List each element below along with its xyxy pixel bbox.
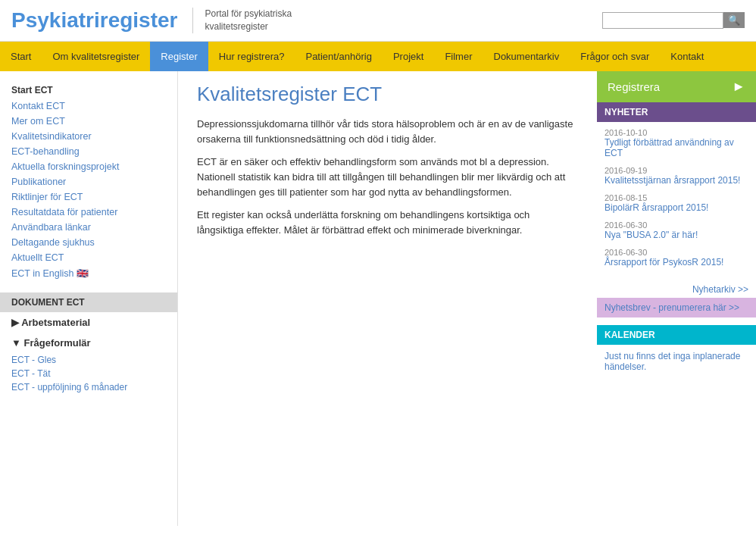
nav-patient[interactable]: Patient/anhörig <box>295 42 382 71</box>
kalender-content: Just nu finns det inga inplanerade hände… <box>597 345 756 378</box>
search-input[interactable] <box>602 12 723 29</box>
nyhetarkiv: Nyhetarkiv >> <box>597 281 756 298</box>
sidebar-section-title: Start ECT <box>0 80 177 99</box>
search-area: 🔍 <box>602 12 745 29</box>
news-date-4: 2016-06-30 <box>604 221 748 230</box>
sidebar-item-lankar[interactable]: Användbara länkar <box>0 220 177 235</box>
news-item-1: 2016-10-10 Tydligt förbättrad användning… <box>604 128 748 158</box>
registrera-label: Registrera <box>608 80 660 93</box>
news-date-3: 2016-08-15 <box>604 193 748 202</box>
sidebar-item-resultat[interactable]: Resultatdata för patienter <box>0 205 177 220</box>
nav-kontakt[interactable]: Kontakt <box>660 42 714 71</box>
news-link-4[interactable]: Nya "BUSA 2.0" är här! <box>604 230 748 240</box>
sidebar-item-kontakt[interactable]: Kontakt ECT <box>0 99 177 114</box>
header: Psykiatriregister Portal för psykiatrisk… <box>0 0 756 42</box>
news-date-1: 2016-10-10 <box>604 128 748 137</box>
dokument-section: DOKUMENT ECT <box>0 292 177 312</box>
content-para-3: Ett register kan också underlätta forskn… <box>197 208 578 238</box>
content-para-1: Depressionssjukdomarna tillhör vår tids … <box>197 117 578 147</box>
news-item-5: 2016-06-30 Årsrapport för PsykosR 2015! <box>604 248 748 267</box>
nyhetarkiv-link[interactable]: Nyhetarkiv >> <box>692 284 748 295</box>
news-link-2[interactable]: Kvalitetsstjärnan årsrapport 2015! <box>604 175 748 186</box>
nav-start[interactable]: Start <box>0 42 42 71</box>
chevron-right-icon: ► <box>732 79 745 95</box>
page-title: Kvalitetsregister ECT <box>197 83 578 106</box>
arbetsmat-collapsible[interactable]: ▶ Arbetsmaterial <box>0 312 177 333</box>
sidebar-item-english[interactable]: ECT in English 🇬🇧 <box>0 265 177 281</box>
main-content: Start ECT Kontakt ECT Mer om ECT Kvalite… <box>0 71 756 526</box>
portal-text: Portal för psykiatriska kvalitetsregiste… <box>192 8 292 33</box>
news-date-2: 2016-09-19 <box>604 166 748 175</box>
sidebar-item-publik[interactable]: Publikationer <box>0 174 177 189</box>
news-item-3: 2016-08-15 BipolärR årsrapport 2015! <box>604 193 748 213</box>
search-button[interactable]: 🔍 <box>723 12 745 28</box>
content-area: Kvalitetsregister ECT Depressionssjukdom… <box>178 71 597 526</box>
subitem-uppfoljning[interactable]: ECT - uppföljning 6 månader <box>0 380 177 394</box>
frageformular-label: ▼ Frågeformulär <box>11 337 91 349</box>
sidebar: Start ECT Kontakt ECT Mer om ECT Kvalite… <box>0 71 178 526</box>
nav-dokument[interactable]: Dokumentarkiv <box>483 42 570 71</box>
sidebar-item-aktuella[interactable]: Aktuella forskningsprojekt <box>0 159 177 174</box>
nyhetsbrev[interactable]: Nyhetsbrev - prenumerera här >> <box>597 298 756 317</box>
nav-projekt[interactable]: Projekt <box>383 42 434 71</box>
sidebar-item-kvalitet[interactable]: Kvalitetsindikatorer <box>0 129 177 144</box>
news-link-3[interactable]: BipolärR årsrapport 2015! <box>604 202 748 213</box>
frageformular-collapsible[interactable]: ▼ Frågeformulär <box>0 333 177 353</box>
logo[interactable]: Psykiatriregister <box>11 8 177 33</box>
content-para-2: ECT är en säker och effektiv behandlings… <box>197 155 578 200</box>
news-item-4: 2016-06-30 Nya "BUSA 2.0" är här! <box>604 221 748 240</box>
news-date-5: 2016-06-30 <box>604 248 748 257</box>
nyheter-content: 2016-10-10 Tydligt förbättrad användning… <box>597 122 756 281</box>
kalender-header: KALENDER <box>597 325 756 345</box>
sidebar-item-riktlinjer[interactable]: Riktlinjer för ECT <box>0 189 177 205</box>
main-nav: Start Om kvalitetsregister Register Hur … <box>0 42 756 71</box>
news-link-1[interactable]: Tydligt förbättrad användning av ECT <box>604 137 748 158</box>
nav-hur[interactable]: Hur registrera? <box>208 42 295 71</box>
subitem-tat[interactable]: ECT - Tät <box>0 367 177 380</box>
sidebar-item-mer[interactable]: Mer om ECT <box>0 114 177 129</box>
nyheter-header: NYHETER <box>597 102 756 122</box>
registrera-button[interactable]: Registrera ► <box>597 71 756 102</box>
nav-filmer[interactable]: Filmer <box>434 42 483 71</box>
sidebar-item-ect[interactable]: ECT-behandling <box>0 144 177 159</box>
news-item-2: 2016-09-19 Kvalitetsstjärnan årsrapport … <box>604 166 748 186</box>
right-panel: Registrera ► NYHETER 2016-10-10 Tydligt … <box>597 71 756 526</box>
nav-register[interactable]: Register <box>150 42 208 71</box>
subitem-gles[interactable]: ECT - Gles <box>0 353 177 367</box>
sidebar-item-sjukhus[interactable]: Deltagande sjukhus <box>0 235 177 250</box>
sidebar-item-aktuellt[interactable]: Aktuellt ECT <box>0 250 177 265</box>
nav-om[interactable]: Om kvalitetsregister <box>42 42 150 71</box>
nav-fragor[interactable]: Frågor och svar <box>570 42 660 71</box>
arbetsmat-label: ▶ Arbetsmaterial <box>11 317 90 328</box>
news-link-5[interactable]: Årsrapport för PsykosR 2015! <box>604 257 748 267</box>
